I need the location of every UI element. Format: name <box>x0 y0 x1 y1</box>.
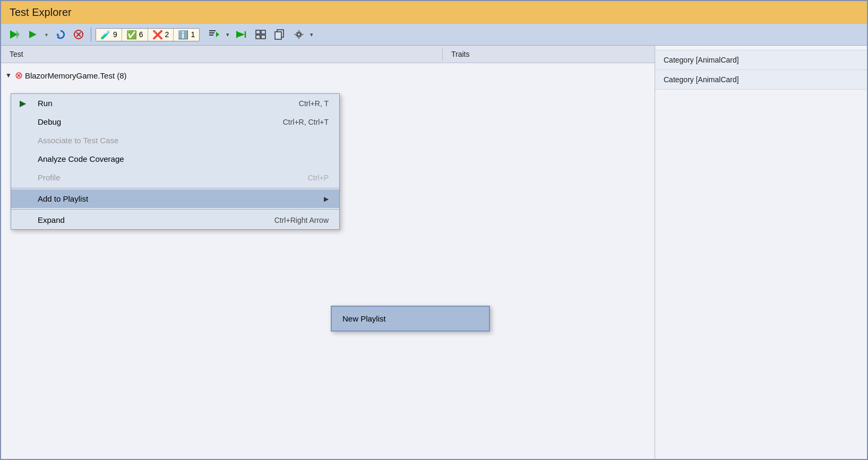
menu-separator-2 <box>11 209 339 210</box>
copy-button[interactable] <box>272 28 288 41</box>
run-shortcut: Ctrl+R, T <box>299 99 329 108</box>
context-menu: ▶ Run Ctrl+R, T Debug Ctrl+R, Ctrl+T Ass… <box>11 93 340 230</box>
project-label: BlazorMemoryGame.Test (8) <box>25 71 127 80</box>
total-count: 9 <box>113 30 117 39</box>
failed-count-button[interactable]: ❌ 2 <box>148 29 174 41</box>
svg-rect-15 <box>261 30 265 34</box>
main-window: Test Explorer ▾ <box>0 0 868 460</box>
playlist-button[interactable] <box>206 28 223 41</box>
playlist-label: Add to Playlist <box>38 194 88 203</box>
passed-count: 6 <box>139 30 143 39</box>
collapse-arrow: ▼ <box>5 72 12 79</box>
menu-separator-1 <box>11 188 339 188</box>
svg-marker-10 <box>216 32 219 37</box>
menu-item-associate[interactable]: Associate to Test Case <box>11 131 339 150</box>
profile-label: Profile <box>38 173 61 182</box>
menu-item-coverage[interactable]: Analyze Code Coverage <box>11 150 339 168</box>
run-fast-icon <box>235 29 247 40</box>
run-menu-icon: ▶ <box>20 98 26 108</box>
svg-rect-14 <box>256 30 260 34</box>
menu-item-run[interactable]: ▶ Run Ctrl+R, T <box>11 94 339 112</box>
svg-rect-17 <box>261 35 265 39</box>
submenu: New Playlist <box>331 306 490 332</box>
svg-marker-1 <box>16 30 20 39</box>
menu-item-playlist[interactable]: Add to Playlist ▶ <box>11 189 339 208</box>
settings-button[interactable] <box>291 28 307 41</box>
project-row[interactable]: ▼ ⊗ BlazorMemoryGame.Test (8) <box>1 67 655 83</box>
separator-1 <box>91 27 91 42</box>
trait-row-2: Category [AnimalCard] <box>655 70 867 90</box>
svg-point-20 <box>297 33 300 36</box>
profile-shortcut: Ctrl+P <box>308 173 329 182</box>
column-headers: Test Traits <box>1 46 655 63</box>
submenu-item-new-playlist[interactable]: New Playlist <box>331 306 489 331</box>
svg-marker-12 <box>239 32 245 37</box>
run-debug-icon <box>9 29 21 40</box>
title-bar: Test Explorer <box>1 1 867 24</box>
playlist-icon <box>209 29 220 40</box>
debug-label: Debug <box>38 117 61 126</box>
settings-icon <box>294 29 304 40</box>
group-by-icon <box>255 29 266 40</box>
test-panel: Test Traits ▼ ⊗ BlazorMemoryGame.Test (8… <box>1 46 655 459</box>
traits-panel: Category [AnimalCard] Category [AnimalCa… <box>655 46 867 459</box>
playlist-dropdown-arrow: ▾ <box>226 31 229 38</box>
trait-value-2: Category [AnimalCard] <box>664 75 739 84</box>
warning-count: 1 <box>191 30 195 39</box>
run-all-button[interactable] <box>25 28 40 41</box>
trait-value-1: Category [AnimalCard] <box>664 56 739 64</box>
expand-shortcut: Ctrl+Right Arrow <box>274 216 329 224</box>
expand-label: Expand <box>38 215 65 224</box>
svg-rect-7 <box>209 30 216 31</box>
flask-icon: 🧪 <box>100 30 111 40</box>
traits-column-header: Traits <box>442 48 655 60</box>
passed-icon: ✅ <box>126 30 137 40</box>
submenu-arrow-icon: ▶ <box>324 195 329 203</box>
settings-dropdown-arrow: ▾ <box>310 31 313 38</box>
test-column-header: Test <box>1 48 442 60</box>
svg-rect-16 <box>256 35 260 39</box>
traits-content: Category [AnimalCard] Category [AnimalCa… <box>655 46 867 94</box>
error-circle-icon: ⊗ <box>15 70 23 81</box>
copy-icon <box>274 29 285 40</box>
test-tree: ▼ ⊗ BlazorMemoryGame.Test (8) <box>1 63 655 88</box>
cancel-button[interactable] <box>71 28 87 41</box>
failed-count: 2 <box>165 30 169 39</box>
cancel-icon <box>73 29 84 40</box>
run-fast-button[interactable] <box>233 28 250 41</box>
failed-icon: ❌ <box>152 30 163 40</box>
run-dropdown-button[interactable]: ▾ <box>42 30 50 39</box>
total-count-button[interactable]: 🧪 9 <box>96 29 122 41</box>
coverage-label: Analyze Code Coverage <box>38 154 124 163</box>
passed-count-button[interactable]: ✅ 6 <box>122 29 148 41</box>
svg-marker-0 <box>10 30 18 39</box>
toolbar: ▾ 🧪 9 ✅ 6 ❌ <box>1 24 867 46</box>
menu-item-profile[interactable]: Profile Ctrl+P <box>11 168 339 187</box>
menu-item-debug[interactable]: Debug Ctrl+R, Ctrl+T <box>11 112 339 131</box>
svg-rect-8 <box>209 32 214 33</box>
svg-rect-19 <box>275 32 281 39</box>
toolbar-right: ▾ <box>206 28 313 41</box>
associate-label: Associate to Test Case <box>38 136 118 145</box>
warning-icon: ℹ️ <box>178 30 188 40</box>
svg-rect-9 <box>209 34 213 36</box>
menu-item-expand[interactable]: Expand Ctrl+Right Arrow <box>11 211 339 229</box>
group-by-button[interactable] <box>253 28 269 41</box>
run-all-icon <box>28 30 38 39</box>
run-label: Run <box>38 99 53 108</box>
window-title: Test Explorer <box>10 6 72 18</box>
new-playlist-label: New Playlist <box>342 314 386 323</box>
trait-row-1: Category [AnimalCard] <box>655 50 867 70</box>
debug-shortcut: Ctrl+R, Ctrl+T <box>283 118 329 126</box>
counter-group: 🧪 9 ✅ 6 ❌ 2 ℹ️ 1 <box>96 28 200 41</box>
content-area: Test Traits ▼ ⊗ BlazorMemoryGame.Test (8… <box>1 46 867 459</box>
refresh-icon <box>55 29 66 40</box>
run-selected-button[interactable] <box>6 28 23 41</box>
warning-count-button[interactable]: ℹ️ 1 <box>174 29 199 41</box>
svg-marker-2 <box>29 31 37 38</box>
refresh-button[interactable] <box>53 28 68 41</box>
